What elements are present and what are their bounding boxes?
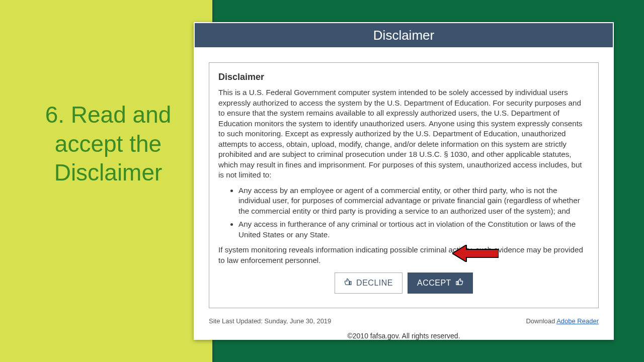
disclaimer-bullet-1: Any access by an employee or agent of a …	[238, 186, 589, 217]
decline-label: DECLINE	[356, 279, 393, 288]
accept-label: ACCEPT	[417, 279, 451, 288]
slide-step-title: 6. Read and accept the Disclaimer	[30, 101, 186, 188]
slide-stage: 6. Read and accept the Disclaimer Discla…	[0, 0, 644, 362]
disclaimer-list: Any access by an employee or agent of a …	[218, 186, 589, 240]
disclaimer-para-2: If system monitoring reveals information…	[218, 245, 589, 265]
download-section: Download Adobe Reader	[526, 317, 599, 325]
disclaimer-para-1: This is a U.S. Federal Government comput…	[218, 87, 589, 180]
decline-button[interactable]: DECLINE	[335, 273, 403, 294]
disclaimer-body: This is a U.S. Federal Government comput…	[218, 87, 589, 265]
disclaimer-modal-screenshot: Disclaimer Disclaimer This is a U.S. Fed…	[194, 22, 614, 340]
thumbs-down-icon	[344, 278, 352, 288]
modal-titlebar: Disclaimer	[195, 23, 613, 47]
last-updated-text: Site Last Updated: Sunday, June 30, 2019	[209, 317, 331, 325]
copyright-text: ©2010 fafsa.gov. All rights reserved.	[194, 332, 614, 340]
footer-line: Site Last Updated: Sunday, June 30, 2019…	[209, 317, 599, 325]
thumbs-up-icon	[455, 278, 463, 288]
button-row: DECLINE ACCEPT	[218, 273, 589, 294]
disclaimer-card: Disclaimer This is a U.S. Federal Govern…	[209, 62, 599, 308]
disclaimer-bullet-2: Any access in furtherance of any crimina…	[238, 219, 589, 240]
adobe-reader-link[interactable]: Adobe Reader	[556, 317, 599, 325]
accept-button[interactable]: ACCEPT	[408, 273, 473, 294]
disclaimer-heading: Disclaimer	[218, 72, 589, 82]
download-prefix: Download	[526, 317, 556, 325]
